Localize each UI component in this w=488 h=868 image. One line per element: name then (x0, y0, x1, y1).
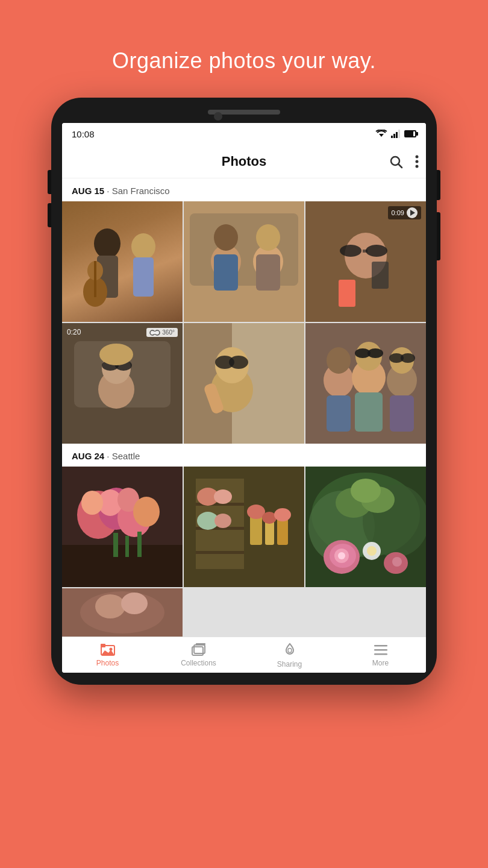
svg-point-7 (416, 155, 419, 158)
nav-item-more[interactable]: More (335, 637, 426, 673)
svg-rect-82 (277, 518, 288, 545)
svg-point-28 (366, 245, 387, 257)
svg-line-6 (399, 164, 402, 168)
svg-rect-3 (396, 132, 398, 138)
svg-rect-72 (113, 533, 118, 557)
section-location-aug24: · Seattle (107, 451, 140, 461)
svg-point-15 (131, 233, 155, 260)
section-location-aug15: · San Francisco (107, 186, 169, 196)
svg-point-112 (109, 647, 112, 650)
photo-cell-9[interactable] (305, 467, 426, 587)
collections-nav-icon (191, 643, 207, 656)
svg-point-38 (99, 344, 133, 365)
battery-icon (404, 130, 416, 137)
power-button (437, 170, 440, 200)
photo-cell-6[interactable] (305, 323, 426, 444)
nav-label-more: More (372, 659, 389, 667)
svg-rect-18 (190, 213, 298, 286)
section-header-aug15: AUG 15 · San Francisco (62, 178, 426, 201)
status-icons (375, 130, 416, 138)
svg-rect-41 (151, 332, 158, 334)
photos-nav-icon (100, 643, 116, 656)
app-title: Photos (222, 154, 267, 169)
svg-point-9 (416, 165, 419, 168)
svg-point-116 (288, 648, 292, 652)
front-camera (214, 112, 222, 121)
svg-rect-118 (374, 649, 387, 651)
svg-point-89 (214, 514, 231, 528)
signal-icon (391, 130, 401, 138)
svg-point-70 (133, 497, 160, 527)
nav-item-collections[interactable]: Collections (153, 637, 244, 673)
nav-item-sharing[interactable]: Sharing (244, 637, 335, 673)
svg-rect-14 (94, 261, 96, 297)
svg-rect-80 (250, 515, 262, 545)
svg-point-59 (401, 353, 415, 363)
svg-point-85 (274, 508, 291, 521)
vr-label: 360° (162, 329, 175, 336)
svg-rect-79 (196, 551, 244, 554)
nav-item-photos[interactable]: Photos (62, 637, 153, 673)
photo-cell-2[interactable] (184, 201, 304, 322)
photo-cell-10[interactable] (62, 588, 183, 637)
svg-rect-110 (101, 644, 105, 647)
svg-point-23 (256, 224, 280, 251)
sharing-nav-icon (282, 642, 298, 658)
photo-cell-4[interactable]: 0:20 360° (62, 323, 183, 444)
phone-frame: 10:08 (51, 98, 437, 685)
phone-screen: 10:08 (62, 123, 426, 673)
svg-rect-115 (196, 643, 205, 645)
photo-grid-aug24 (62, 467, 426, 637)
wifi-icon (375, 130, 387, 138)
nav-label-photos: Photos (96, 659, 119, 667)
svg-rect-117 (374, 645, 387, 647)
svg-rect-64 (62, 545, 183, 587)
svg-rect-74 (137, 532, 142, 557)
360-icon (149, 330, 160, 336)
svg-rect-16 (133, 257, 154, 297)
svg-rect-73 (125, 536, 129, 557)
svg-point-20 (214, 224, 238, 251)
svg-point-55 (368, 348, 383, 358)
video-badge-1: 0:09 (388, 206, 421, 219)
nav-label-sharing: Sharing (277, 660, 302, 668)
svg-rect-21 (214, 254, 238, 291)
vr-duration-badge: 0:20 (67, 328, 81, 336)
video-duration-1: 0:09 (392, 209, 404, 216)
status-bar: 10:08 (62, 123, 426, 145)
svg-rect-30 (339, 280, 355, 307)
section-date-aug15: AUG 15 (72, 186, 104, 196)
section-header-aug24: AUG 24 · Seattle (62, 444, 426, 467)
svg-point-71 (81, 491, 103, 515)
search-button[interactable] (389, 154, 403, 169)
volume-down-button (48, 203, 51, 227)
svg-point-27 (340, 245, 361, 257)
svg-point-10 (94, 228, 120, 259)
svg-point-107 (95, 594, 125, 618)
section-title-aug15: AUG 15 · San Francisco (72, 186, 170, 196)
svg-rect-81 (265, 521, 274, 545)
svg-point-100 (338, 552, 345, 559)
app-bar-actions (389, 154, 419, 169)
photo-cell-3[interactable]: 0:09 (305, 201, 426, 322)
more-options-button[interactable] (415, 155, 419, 168)
photo-cell-8[interactable] (184, 467, 304, 587)
svg-rect-60 (327, 395, 351, 432)
bottom-nav: Photos Collections Sharing (62, 637, 426, 673)
svg-rect-4 (398, 130, 400, 138)
play-button-1[interactable] (407, 207, 418, 218)
power-button-2 (437, 212, 440, 260)
photo-cell-1[interactable] (62, 201, 183, 322)
svg-point-87 (214, 489, 232, 504)
photo-cell-7[interactable] (62, 467, 183, 587)
svg-point-102 (392, 557, 402, 567)
svg-rect-31 (372, 262, 389, 289)
volume-up-button (48, 170, 51, 194)
svg-point-51 (327, 347, 351, 374)
vr-badge: 360° (146, 328, 178, 337)
photo-cell-5[interactable] (184, 323, 304, 444)
section-title-aug24: AUG 24 · Seattle (72, 451, 140, 461)
svg-rect-24 (256, 254, 280, 291)
svg-rect-61 (355, 392, 383, 432)
svg-rect-2 (393, 134, 395, 138)
